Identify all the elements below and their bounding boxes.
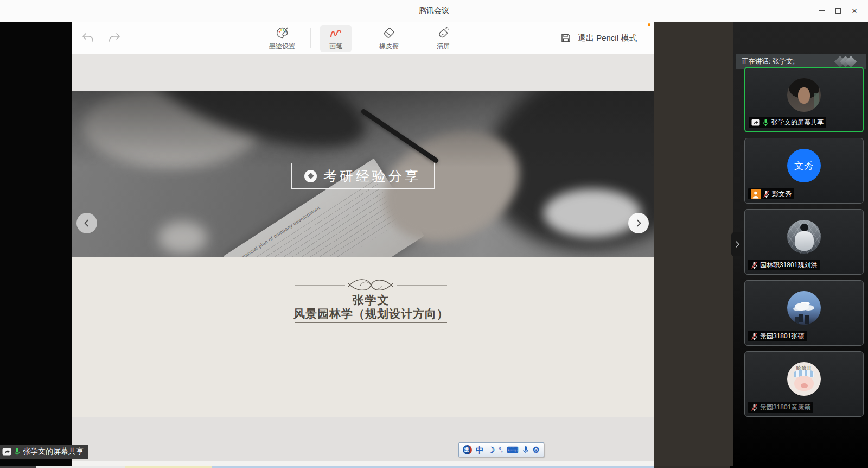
window-titlebar: 腾讯会议 ✕ xyxy=(0,0,868,22)
ime-settings-icon[interactable]: ⚙ xyxy=(533,446,540,454)
desktop-band xyxy=(72,461,654,466)
eraser-label: 橡皮擦 xyxy=(379,42,399,51)
participant-name-label: 景园31801张硕 xyxy=(748,331,807,341)
mic-muted-icon xyxy=(751,261,758,269)
flourish-ornament xyxy=(295,276,447,295)
avatar xyxy=(787,291,821,325)
pen-icon xyxy=(329,26,343,40)
participants-sidebar: 正在讲话: 张学文; 张学文的屏幕共享 xyxy=(733,22,868,466)
ime-fullhalf-icon[interactable]: ☽ xyxy=(488,446,495,454)
participant-name-label: 彭文秀 xyxy=(748,188,794,199)
avatar xyxy=(787,78,821,112)
eraser-button[interactable]: 橡皮擦 xyxy=(372,25,406,52)
slide-title-badge: 考研经验分享 xyxy=(291,163,435,189)
save-icon xyxy=(560,32,572,44)
sidebar-collapse-handle[interactable] xyxy=(731,232,743,256)
participant-name-label: 张学文的屏幕共享 xyxy=(749,117,826,128)
meeting-logo-icon xyxy=(834,56,860,67)
left-backdrop xyxy=(0,22,72,466)
avatar xyxy=(787,220,821,254)
maximize-icon xyxy=(835,8,841,14)
pen-tool-button[interactable]: 画笔 xyxy=(320,25,352,52)
clear-screen-icon xyxy=(437,26,450,40)
participant-name-label: 园林职31801魏刘洪 xyxy=(748,260,820,270)
ime-logo-icon[interactable]: 搜 xyxy=(463,445,472,454)
participant-tile-zhangshuo[interactable]: 景园31801张硕 xyxy=(744,280,864,346)
exit-pencil-mode-button[interactable]: 退出 Pencil 模式 xyxy=(560,22,637,54)
avatar: 文秀 xyxy=(787,149,821,182)
redo-icon xyxy=(107,31,122,45)
participant-name-label: 景园31801黄康颖 xyxy=(748,402,813,413)
participant-tile-weiliuhong[interactable]: 园林职31801魏刘洪 xyxy=(744,209,864,275)
slide-title: 考研经验分享 xyxy=(323,167,421,185)
os-taskbar-sliver xyxy=(0,466,868,468)
palette-icon xyxy=(275,26,289,40)
right-backdrop xyxy=(654,22,733,466)
coin-logo-icon xyxy=(304,170,317,182)
slide-top-margin xyxy=(72,54,654,91)
tencent-meeting-window: 腾讯会议 ✕ 墨迹设置 xyxy=(0,0,868,468)
ime-mic-icon[interactable] xyxy=(522,446,529,454)
eraser-icon xyxy=(382,26,395,40)
window-controls: ✕ xyxy=(814,0,863,22)
slide-underline xyxy=(295,322,447,323)
chevron-left-icon xyxy=(82,219,91,227)
slide-body: 张学文 风景园林学（规划设计方向） xyxy=(72,257,654,417)
mic-muted-icon xyxy=(751,403,758,412)
participant-tile-pengwenxiu[interactable]: 文秀 彭文秀 xyxy=(744,138,864,204)
avatar: 哈哈!! xyxy=(787,362,821,396)
mic-on-icon xyxy=(14,447,21,456)
window-title: 腾讯会议 xyxy=(419,6,449,16)
chevron-right-icon xyxy=(634,219,643,227)
shared-screen-area: 墨迹设置 画笔 橡皮擦 xyxy=(72,22,654,466)
screen-share-status-text: 张学文的屏幕共享 xyxy=(23,447,84,457)
undo-icon xyxy=(81,31,95,45)
annotation-dot xyxy=(648,23,650,26)
toolbar-divider xyxy=(310,28,311,48)
minimize-icon xyxy=(819,10,825,11)
ime-toolbar: 搜 中 ☽ °, ⌨ ⚙ xyxy=(458,442,544,457)
exit-pencil-mode-label: 退出 Pencil 模式 xyxy=(578,33,637,43)
slide-photo-banner: Financial plan of company development 考研… xyxy=(72,91,654,257)
close-button[interactable]: ✕ xyxy=(846,0,863,22)
ime-keyboard-icon[interactable]: ⌨ xyxy=(507,446,519,454)
screen-share-status-chip: 张学文的屏幕共享 xyxy=(0,445,88,459)
pen-tool-label: 画笔 xyxy=(329,42,342,51)
speaking-banner-text: 正在讲话: 张学文; xyxy=(742,57,795,66)
ink-settings-button[interactable]: 墨迹设置 xyxy=(265,25,299,52)
ime-punctuation-icon[interactable]: °, xyxy=(499,447,502,453)
mic-muted-icon xyxy=(763,190,770,198)
carousel-prev-button[interactable] xyxy=(76,213,97,233)
presenter-name: 张学文 xyxy=(295,293,447,308)
mic-on-icon xyxy=(762,118,769,127)
carousel-next-button[interactable] xyxy=(628,213,649,233)
ink-settings-label: 墨迹设置 xyxy=(269,42,295,51)
maximize-button[interactable] xyxy=(830,0,846,22)
presenter-program: 风景园林学（规划设计方向） xyxy=(252,306,490,321)
minimize-button[interactable] xyxy=(814,0,830,22)
redo-button[interactable] xyxy=(107,31,122,45)
ime-mode-button[interactable]: 中 xyxy=(476,446,484,454)
chevron-right-icon xyxy=(735,241,740,248)
screen-share-icon xyxy=(2,448,11,456)
mic-muted-icon xyxy=(751,332,758,340)
clear-screen-button[interactable]: 清屏 xyxy=(426,25,461,52)
pencil-toolbar: 墨迹设置 画笔 橡皮擦 xyxy=(72,22,654,54)
host-badge-icon xyxy=(751,189,761,199)
participant-tile-zhangxuewen-share[interactable]: 张学文的屏幕共享 xyxy=(744,67,864,132)
undo-button[interactable] xyxy=(81,31,95,45)
screen-share-icon xyxy=(751,119,760,126)
participant-tile-huangkangying[interactable]: 哈哈!! 景园31801黄康颖 xyxy=(744,351,864,417)
clear-screen-label: 清屏 xyxy=(437,42,450,51)
